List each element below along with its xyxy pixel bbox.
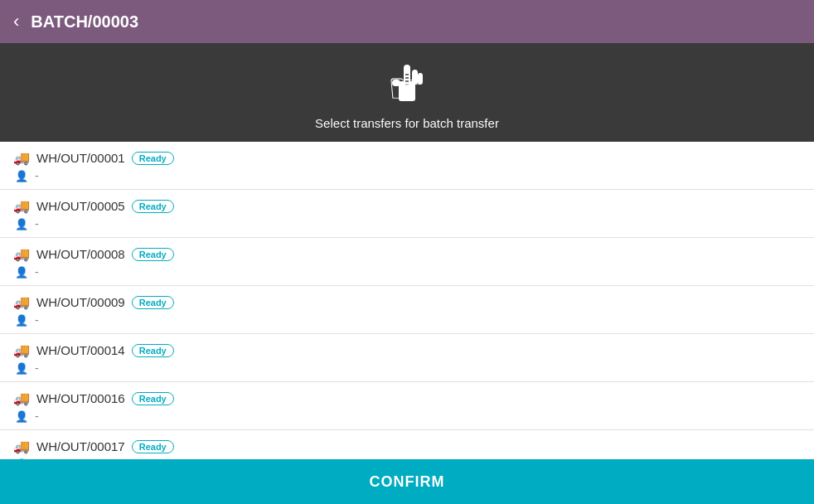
person-value: -	[35, 265, 39, 279]
person-value: -	[35, 169, 39, 182]
back-button[interactable]: ‹	[13, 11, 19, 32]
transfer-id: WH/OUT/00014	[36, 343, 125, 357]
transfer-id: WH/OUT/00009	[36, 295, 125, 309]
hand-pointer-icon: ☞	[380, 56, 434, 109]
header: ‹ BATCH/00003	[0, 0, 814, 43]
truck-icon: 🚚	[13, 150, 30, 166]
ready-badge: Ready	[132, 344, 174, 357]
ready-badge: Ready	[132, 152, 174, 165]
truck-icon: 🚚	[13, 439, 30, 454]
confirm-button[interactable]: CONFIRM	[0, 459, 814, 504]
person-icon: 👤	[15, 266, 28, 279]
person-value: -	[35, 361, 39, 375]
list-item[interactable]: 🚚 WH/OUT/00016 Ready 👤 -	[0, 382, 814, 430]
transfer-id: WH/OUT/00008	[36, 247, 125, 261]
person-icon: 👤	[15, 410, 28, 423]
person-icon: 👤	[15, 362, 28, 375]
truck-icon: 🚚	[13, 390, 30, 406]
transfer-id: WH/OUT/00001	[36, 151, 125, 165]
person-icon: 👤	[15, 170, 28, 182]
confirm-label: CONFIRM	[370, 473, 445, 491]
ready-badge: Ready	[132, 392, 174, 405]
truck-icon: 🚚	[13, 294, 30, 310]
ready-badge: Ready	[132, 440, 174, 453]
list-item[interactable]: 🚚 WH/OUT/00009 Ready 👤 -	[0, 286, 814, 334]
person-value: -	[35, 217, 39, 230]
ready-badge: Ready	[132, 248, 174, 261]
person-value: -	[35, 410, 39, 423]
person-icon: 👤	[15, 218, 28, 230]
person-value: -	[35, 313, 39, 327]
list-item[interactable]: 🚚 WH/OUT/00001 Ready 👤 -	[0, 142, 814, 190]
page-title: BATCH/00003	[31, 12, 138, 32]
transfer-list: 🚚 WH/OUT/00001 Ready 👤 - 🚚 WH/OUT/00005 …	[0, 142, 814, 459]
ready-badge: Ready	[132, 296, 174, 309]
list-item[interactable]: 🚚 WH/OUT/00014 Ready 👤 -	[0, 334, 814, 382]
banner: ☞ Select transfers for batch transfer	[0, 43, 814, 142]
transfer-id: WH/OUT/00016	[36, 391, 125, 405]
person-icon: 👤	[15, 314, 28, 327]
svg-text:☞: ☞	[387, 64, 426, 109]
truck-icon: 🚚	[13, 342, 30, 358]
ready-badge: Ready	[132, 200, 174, 213]
transfer-id: WH/OUT/00017	[36, 439, 125, 453]
truck-icon: 🚚	[13, 198, 30, 214]
list-item[interactable]: 🚚 WH/OUT/00017 Ready 👤 -	[0, 430, 814, 459]
truck-icon: 🚚	[13, 246, 30, 262]
list-item[interactable]: 🚚 WH/OUT/00008 Ready 👤 -	[0, 238, 814, 286]
list-item[interactable]: 🚚 WH/OUT/00005 Ready 👤 -	[0, 190, 814, 238]
banner-instruction: Select transfers for batch transfer	[315, 116, 499, 130]
transfer-id: WH/OUT/00005	[36, 199, 125, 213]
